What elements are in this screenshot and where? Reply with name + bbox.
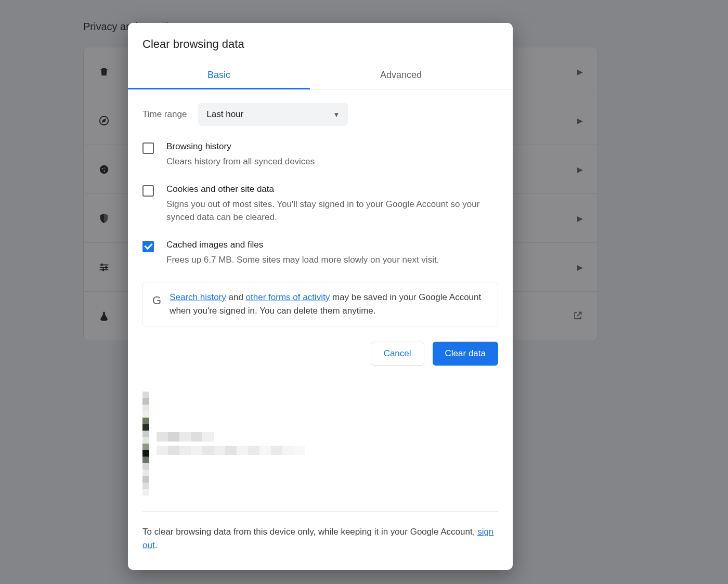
clear-data-button[interactable]: Clear data bbox=[433, 342, 498, 366]
dialog-title: Clear browsing data bbox=[128, 23, 513, 62]
cancel-button[interactable]: Cancel bbox=[371, 342, 424, 366]
caret-down-icon: ▼ bbox=[333, 111, 340, 119]
option-title: Cached images and files bbox=[166, 240, 439, 250]
link-search-history[interactable]: Search history bbox=[170, 292, 226, 302]
tab-basic[interactable]: Basic bbox=[128, 62, 310, 89]
option-browsing-history[interactable]: Browsing history Clears history from all… bbox=[142, 141, 498, 168]
clear-browsing-data-dialog: Clear browsing data Basic Advanced Time … bbox=[128, 23, 513, 570]
tab-advanced[interactable]: Advanced bbox=[310, 62, 492, 89]
google-g-icon: G bbox=[152, 292, 161, 309]
option-desc: Signs you out of most sites. You'll stay… bbox=[166, 198, 498, 224]
dialog-tabs: Basic Advanced bbox=[128, 62, 513, 89]
option-title: Browsing history bbox=[166, 141, 315, 152]
option-desc: Clears history from all synced devices bbox=[166, 155, 315, 168]
option-desc: Frees up 6.7 MB. Some sites may load mor… bbox=[166, 253, 439, 267]
checkbox-cache[interactable] bbox=[142, 241, 154, 252]
account-text-pixelated bbox=[157, 432, 305, 455]
option-cache[interactable]: Cached images and files Frees up 6.7 MB.… bbox=[142, 240, 498, 267]
time-range-value: Last hour bbox=[206, 109, 243, 120]
time-range-select[interactable]: Last hour ▼ bbox=[198, 103, 348, 126]
checkbox-browsing-history[interactable] bbox=[142, 142, 154, 154]
google-account-info: G Search history and other forms of acti… bbox=[142, 282, 498, 327]
option-title: Cookies and other site data bbox=[166, 184, 498, 194]
link-other-activity[interactable]: other forms of activity bbox=[246, 292, 330, 302]
option-cookies[interactable]: Cookies and other site data Signs you ou… bbox=[142, 184, 498, 224]
dialog-footer-text: To clear browsing data from this device … bbox=[128, 512, 513, 570]
checkbox-cookies[interactable] bbox=[142, 185, 154, 197]
avatar-pixelated bbox=[142, 392, 149, 496]
time-range-label: Time range bbox=[142, 109, 187, 120]
account-strip-redacted bbox=[128, 381, 513, 512]
